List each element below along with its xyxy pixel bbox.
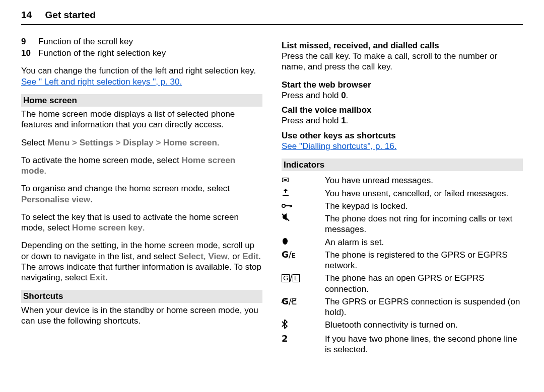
sep: > (113, 138, 123, 147)
svg-rect-2 (290, 205, 291, 207)
browser-text: Press and hold 0. (282, 90, 523, 101)
indicator-desc: The phone does not ring for incoming cal… (325, 213, 523, 235)
ui-option: Exit (90, 273, 105, 282)
ui-option: Home screen key (72, 223, 143, 232)
indicator-desc: The GPRS or EGPRS connection is suspende… (325, 296, 523, 318)
indicator-desc: You have unsent, cancelled, or failed me… (325, 188, 523, 199)
missed-calls-text: Press the call key. To make a call, scro… (282, 51, 523, 72)
list-number: 9 (21, 36, 38, 47)
list-text: Function of the right selection key (38, 48, 262, 58)
change-keys-paragraph: You can change the function of the left … (21, 65, 262, 87)
svg-rect-3 (291, 205, 292, 207)
menu-path-item: Home screen (163, 138, 217, 147)
page-header: 14 Get started (21, 9, 523, 25)
indicator-desc: The keypad is locked. (325, 201, 523, 211)
text: To organise and change the home screen m… (21, 184, 230, 193)
voicemail-text: Press and hold 1. (282, 115, 523, 126)
indicator-icon-cell: G/E (282, 273, 325, 283)
gprs-open-icon: G/E (282, 273, 300, 283)
alarm-icon (282, 237, 289, 247)
page-section: Get started (45, 10, 96, 20)
indicators-table: ✉You have unread messages.You have unsen… (282, 175, 523, 355)
ui-option: Select (178, 252, 203, 261)
indicator-desc: You have unread messages. (325, 175, 523, 186)
key: 1 (341, 116, 346, 125)
right-column: List missed, received, and dialled calls… (282, 36, 523, 383)
shortcuts-desc: When your device is in the standby or ho… (21, 305, 262, 327)
two-column-layout: 9 Function of the scroll key 10 Function… (21, 36, 523, 383)
gprs-icon: G/E (282, 250, 296, 260)
browser-heading: Start the web browser (282, 80, 523, 90)
other-keys-heading: Use other keys as shortcuts (282, 130, 523, 141)
menu-path-item: Settings (80, 138, 113, 147)
indicator-icon-cell: ✉ (282, 175, 325, 186)
home-screen-heading: Home screen (21, 94, 262, 107)
ui-option: View (208, 252, 227, 261)
voicemail-heading: Call the voice mailbox (282, 105, 523, 115)
text: You can change the function of the left … (21, 66, 256, 75)
indicator-icon-cell (282, 201, 325, 211)
sep: > (154, 138, 163, 147)
indicator-icon-cell: 2 (282, 334, 325, 344)
shortcuts-heading: Shortcuts (21, 290, 262, 302)
indicator-desc: If you have two phone lines, the second … (325, 334, 523, 355)
bluetooth-icon (282, 320, 288, 331)
indicator-icon-cell: G/E (282, 250, 325, 260)
menu-path-item: Menu (47, 138, 70, 147)
indicator-desc: The phone is registered to the GPRS or E… (325, 250, 523, 271)
text: , (203, 252, 208, 261)
page-number: 14 (21, 10, 32, 20)
missed-calls-heading: List missed, received, and dialled calls (282, 40, 523, 51)
ui-option: Personalise view (21, 195, 90, 204)
text: , or (228, 252, 242, 261)
dialling-shortcuts-link[interactable]: See "Dialling shortcuts", p. 16. (282, 141, 396, 151)
menu-path-item: Display (123, 138, 153, 147)
indicator-icon-cell (282, 237, 325, 248)
svg-rect-1 (285, 205, 292, 206)
text: Select (21, 138, 47, 147)
key: 0 (341, 91, 346, 100)
home-screen-desc: The home screen mode displays a list of … (21, 109, 262, 130)
list-text: Function of the scroll key (38, 36, 262, 47)
silent-icon (282, 213, 290, 223)
text: To activate the home screen mode, select (21, 155, 181, 165)
indicator-icon-cell (282, 188, 325, 199)
indicators-heading: Indicators (282, 159, 523, 171)
key-icon (282, 200, 293, 211)
svg-point-0 (282, 204, 285, 207)
indicator-desc: The phone has an open GPRS or EGPRS conn… (325, 273, 523, 294)
text: Press and hold (282, 116, 341, 125)
navigation-paragraph: Depending on the setting, in the home sc… (21, 240, 262, 283)
gprs-hold-icon: G/E (282, 296, 297, 306)
indicator-icon-cell (282, 213, 325, 224)
home-key-paragraph: To select the key that is used to activa… (21, 212, 262, 233)
indicator-icon-cell (282, 320, 325, 331)
ui-option: Edit (242, 252, 258, 261)
left-column: 9 Function of the scroll key 10 Function… (21, 36, 262, 383)
manual-page: 14 Get started 9 Function of the scroll … (0, 0, 544, 392)
indicator-icon-cell: G/E (282, 296, 325, 307)
menu-path-paragraph: Select Menu > Settings > Display > Home … (21, 137, 262, 148)
activate-paragraph: To activate the home screen mode, select… (21, 155, 262, 177)
selection-keys-link[interactable]: See " Left and right selection keys ", p… (21, 77, 182, 87)
list-number: 10 (21, 48, 38, 58)
organise-paragraph: To organise and change the home screen m… (21, 183, 262, 205)
envelope-icon: ✉ (282, 175, 289, 185)
sep: > (70, 138, 79, 147)
indicator-desc: An alarm is set. (325, 237, 523, 248)
outbox-icon (282, 188, 290, 198)
line-two-icon: 2 (282, 333, 288, 344)
text: Press and hold (282, 91, 341, 100)
key-function-list: 9 Function of the scroll key 10 Function… (21, 36, 262, 59)
indicator-desc: Bluetooth connectivity is turned on. (325, 320, 523, 330)
